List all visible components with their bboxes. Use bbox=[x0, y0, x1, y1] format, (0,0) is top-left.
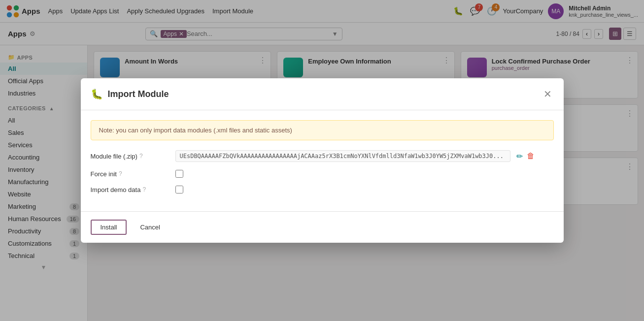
import-demo-row: Import demo data ? bbox=[91, 186, 554, 193]
module-file-value: UEsDBQAAAAAFZbQVkAAAAAAAAAAAAAAAAjACAAaz… bbox=[175, 150, 510, 162]
modal-overlay: 🐛 Import Module ✕ Note: you can only imp… bbox=[0, 0, 644, 321]
modal-footer: Install Cancel bbox=[81, 211, 564, 243]
import-demo-checkbox[interactable] bbox=[175, 186, 183, 193]
force-init-help-icon[interactable]: ? bbox=[119, 170, 122, 177]
force-init-row: Force init ? bbox=[91, 170, 554, 178]
file-actions: ✏ 🗑 bbox=[516, 152, 535, 161]
module-file-help-icon[interactable]: ? bbox=[139, 153, 143, 160]
alert-text: Note: you can only import data modules (… bbox=[99, 127, 292, 134]
modal-header: 🐛 Import Module ✕ bbox=[81, 78, 564, 110]
import-module-modal: 🐛 Import Module ✕ Note: you can only imp… bbox=[81, 78, 564, 243]
module-file-row: Module file (.zip) ? UEsDBQAAAAAFZbQVkAA… bbox=[91, 150, 554, 162]
install-button[interactable]: Install bbox=[91, 220, 127, 235]
force-init-checkbox[interactable] bbox=[175, 170, 183, 178]
modal-close-button[interactable]: ✕ bbox=[542, 86, 554, 102]
import-demo-help-icon[interactable]: ? bbox=[142, 186, 146, 193]
modal-bug-icon: 🐛 bbox=[91, 88, 103, 100]
modal-title: Import Module bbox=[108, 89, 537, 99]
force-init-label: Force init ? bbox=[91, 170, 169, 178]
cancel-button[interactable]: Cancel bbox=[131, 220, 169, 235]
alert-info: Note: you can only import data modules (… bbox=[91, 120, 554, 140]
modal-body: Note: you can only import data modules (… bbox=[81, 110, 564, 211]
module-file-label: Module file (.zip) ? bbox=[91, 153, 169, 160]
file-edit-icon[interactable]: ✏ bbox=[516, 152, 523, 161]
import-demo-label: Import demo data ? bbox=[91, 186, 169, 193]
file-delete-icon[interactable]: 🗑 bbox=[527, 152, 535, 160]
